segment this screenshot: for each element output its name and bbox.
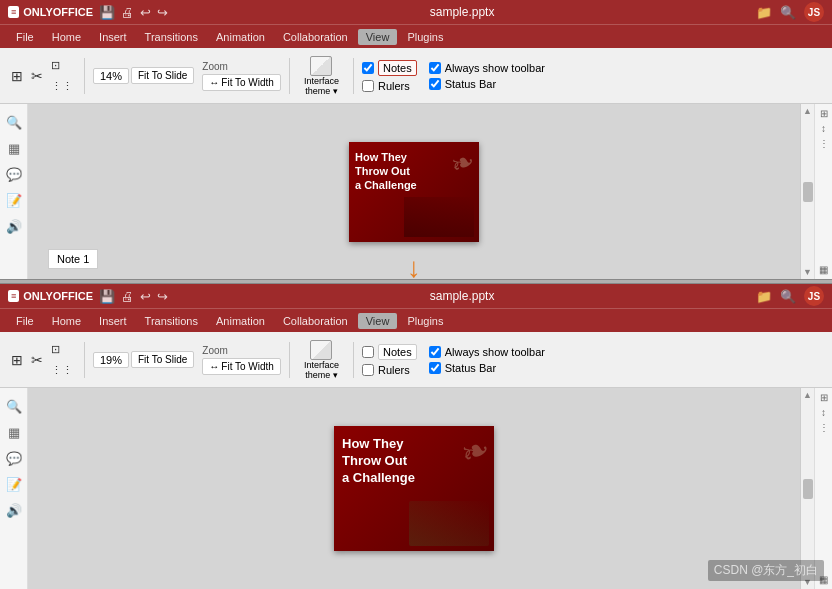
- toolbar-icon3-top[interactable]: ⊡: [48, 56, 63, 75]
- user-avatar-bottom[interactable]: JS: [804, 286, 824, 306]
- menu-home-bottom[interactable]: Home: [44, 313, 89, 329]
- always-toolbar-group-top: Always show toolbar: [429, 62, 545, 74]
- save-button[interactable]: 💾: [99, 5, 115, 20]
- fit-to-slide-bottom[interactable]: Fit To Slide: [131, 351, 194, 368]
- toolbar-icon4-top[interactable]: ⋮⋮: [48, 77, 76, 96]
- right-tool1-bottom[interactable]: ⊞: [820, 392, 828, 403]
- user-avatar-top[interactable]: JS: [804, 2, 824, 22]
- menu-file-top[interactable]: File: [8, 29, 42, 45]
- right-tool3-top[interactable]: ⋮: [819, 138, 829, 149]
- app-name: ONLYOFFICE: [23, 6, 93, 18]
- logo-icon-bottom: ≡: [8, 290, 19, 302]
- folder-button-bottom[interactable]: 📁: [756, 289, 772, 304]
- menu-collaboration-bottom[interactable]: Collaboration: [275, 313, 356, 329]
- rulers-checkbox-top[interactable]: [362, 80, 374, 92]
- search-button-bottom[interactable]: 🔍: [780, 289, 796, 304]
- slide-title-line1: How They: [355, 150, 473, 164]
- right-tool2-bottom[interactable]: ↕: [821, 407, 826, 418]
- zoom-input-top[interactable]: [93, 68, 129, 84]
- menu-animation-bottom[interactable]: Animation: [208, 313, 273, 329]
- search-sidebar-icon-bottom[interactable]: 🔍: [4, 396, 24, 416]
- menu-plugins-bottom[interactable]: Plugins: [399, 313, 451, 329]
- print-button[interactable]: 🖨: [121, 5, 134, 20]
- menu-file-bottom[interactable]: File: [8, 313, 42, 329]
- redo-button-bottom[interactable]: ↪: [157, 289, 168, 304]
- rulers-checkbox-bottom[interactable]: [362, 364, 374, 376]
- notes-checkbox-bottom[interactable]: [362, 346, 374, 358]
- left-sidebar-bottom: 🔍 ▦ 💬 📝 🔊: [0, 388, 28, 589]
- slide-bottom-title-line2: Throw Out: [342, 453, 486, 470]
- toolbar-icon2-bottom[interactable]: ✂: [28, 349, 46, 371]
- menu-insert-top[interactable]: Insert: [91, 29, 135, 45]
- always-toolbar-label-top[interactable]: Always show toolbar: [445, 62, 545, 74]
- always-toolbar-checkbox-top[interactable]: [429, 62, 441, 74]
- zoom-group-top: Fit To Slide: [93, 67, 194, 84]
- redo-button[interactable]: ↪: [157, 5, 168, 20]
- status-bar-checkbox-bottom[interactable]: [429, 362, 441, 374]
- interface-theme-group-bottom: Interfacetheme ▾: [298, 337, 345, 383]
- toolbar-icon2-top[interactable]: ✂: [28, 65, 46, 87]
- print-button-bottom[interactable]: 🖨: [121, 289, 134, 304]
- interface-theme-btn-top[interactable]: Interfacetheme ▾: [298, 53, 345, 99]
- notes-label-top[interactable]: Notes: [378, 60, 417, 76]
- note-icon-top[interactable]: 📝: [4, 190, 24, 210]
- slides-icon-bottom[interactable]: ▦: [4, 422, 24, 442]
- scrollbar-right-top[interactable]: ▲ ▼: [800, 104, 814, 279]
- menu-home-top[interactable]: Home: [44, 29, 89, 45]
- top-panel: ≡ ONLYOFFICE 💾 🖨 ↩ ↪ sample.pptx 📁 🔍 JS …: [0, 0, 832, 279]
- notes-checkbox-top[interactable]: [362, 62, 374, 74]
- notes-label-bottom[interactable]: Notes: [378, 344, 417, 360]
- undo-button-bottom[interactable]: ↩: [140, 289, 151, 304]
- status-bar-checkbox-top[interactable]: [429, 78, 441, 90]
- always-toolbar-checkbox-bottom[interactable]: [429, 346, 441, 358]
- fit-to-width-top[interactable]: ↔Fit To Width: [202, 74, 281, 91]
- volume-icon-bottom[interactable]: 🔊: [4, 500, 24, 520]
- toolbar-icon1-top[interactable]: ⊞: [8, 65, 26, 87]
- toolbar-icon4-bottom[interactable]: ⋮⋮: [48, 361, 76, 380]
- menu-insert-bottom[interactable]: Insert: [91, 313, 135, 329]
- menu-view-bottom[interactable]: View: [358, 313, 398, 329]
- chat-icon-bottom[interactable]: 💬: [4, 448, 24, 468]
- slide-top[interactable]: ❧ How They Throw Out a Challenge: [349, 142, 479, 242]
- search-button-top[interactable]: 🔍: [780, 5, 796, 20]
- toolbar-top: ⊞ ✂ ⊡ ⋮⋮ Fit To Slide: [0, 48, 832, 104]
- slide-bottom[interactable]: ❧ How They Throw Out a Challenge: [334, 426, 494, 551]
- note-icon-bottom[interactable]: 📝: [4, 474, 24, 494]
- status-bar-label-top[interactable]: Status Bar: [445, 78, 496, 90]
- right-tool1-top[interactable]: ⊞: [820, 108, 828, 119]
- notes-checkbox-group-top: Notes: [362, 60, 417, 76]
- menu-plugins-top[interactable]: Plugins: [399, 29, 451, 45]
- toolbar-icon1-bottom[interactable]: ⊞: [8, 349, 26, 371]
- fit-to-slide-top[interactable]: Fit To Slide: [131, 67, 194, 84]
- status-bar-label-bottom[interactable]: Status Bar: [445, 362, 496, 374]
- rulers-label-bottom[interactable]: Rulers: [378, 364, 410, 376]
- zoom-input-bottom[interactable]: [93, 352, 129, 368]
- right-tool3-bottom[interactable]: ⋮: [819, 422, 829, 433]
- chat-icon-top[interactable]: 💬: [4, 164, 24, 184]
- always-toolbar-label-bottom[interactable]: Always show toolbar: [445, 346, 545, 358]
- save-button-bottom[interactable]: 💾: [99, 289, 115, 304]
- volume-icon-top[interactable]: 🔊: [4, 216, 24, 236]
- menu-transitions-top[interactable]: Transitions: [137, 29, 206, 45]
- right-tool4-top[interactable]: ▦: [819, 264, 828, 275]
- interface-theme-btn-bottom[interactable]: Interfacetheme ▾: [298, 337, 345, 383]
- zoom-label-bottom: Zoom: [202, 345, 281, 356]
- toolbar-left-group-top: ⊞ ✂ ⊡ ⋮⋮: [8, 56, 76, 96]
- rulers-label-top[interactable]: Rulers: [378, 80, 410, 92]
- left-sidebar-top: 🔍 ▦ 💬 📝 🔊: [0, 104, 28, 279]
- menu-animation-top[interactable]: Animation: [208, 29, 273, 45]
- menu-collaboration-top[interactable]: Collaboration: [275, 29, 356, 45]
- fit-to-width-bottom[interactable]: ↔Fit To Width: [202, 358, 281, 375]
- right-tool2-top[interactable]: ↕: [821, 123, 826, 134]
- menu-view-top[interactable]: View: [358, 29, 398, 45]
- slides-icon-top[interactable]: ▦: [4, 138, 24, 158]
- menu-transitions-bottom[interactable]: Transitions: [137, 313, 206, 329]
- zoom-group-bottom: Fit To Slide: [93, 351, 194, 368]
- content-wrapper-bottom: ❧ How They Throw Out a Challenge: [28, 388, 800, 589]
- folder-button[interactable]: 📁: [756, 5, 772, 20]
- scrollbar-right-bottom[interactable]: ▲ ▼: [800, 388, 814, 589]
- toolbar-icon3-bottom[interactable]: ⊡: [48, 340, 63, 359]
- undo-button[interactable]: ↩: [140, 5, 151, 20]
- search-sidebar-icon-top[interactable]: 🔍: [4, 112, 24, 132]
- content-wrapper-top: Note 1 ❧ How They Throw Out a Challenge: [28, 104, 800, 279]
